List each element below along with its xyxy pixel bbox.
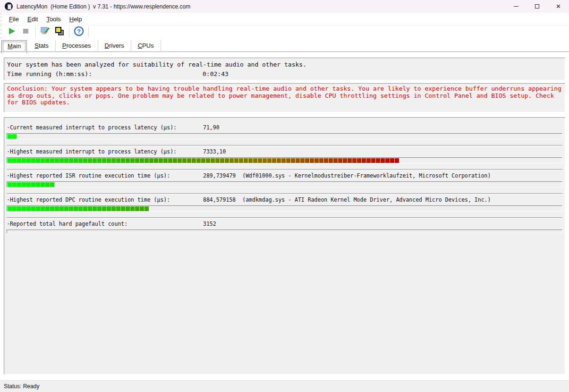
bar-segment	[12, 206, 17, 211]
bar-segment	[366, 158, 371, 163]
bar-segment	[229, 158, 234, 163]
bar-segment	[12, 134, 17, 139]
bar-segment	[225, 158, 229, 163]
time-running-label: Time running (h:mm:ss):	[7, 69, 203, 79]
measurement-value: 289,739479	[203, 171, 236, 180]
bar-segment	[314, 158, 319, 163]
start-monitor-button[interactable]	[5, 26, 19, 38]
measurements-panel: ·Current measured interrupt to process l…	[4, 117, 565, 375]
measurement-value: 884,579158	[203, 196, 236, 204]
minimize-icon	[514, 6, 518, 7]
bar-segment	[8, 134, 12, 139]
help-button[interactable]: ?	[72, 26, 86, 38]
toolbar-separator	[35, 26, 36, 38]
bar-segment	[83, 158, 87, 163]
tab-processes[interactable]: Processes	[56, 40, 98, 52]
bar-segment	[130, 206, 135, 211]
bar-segment	[277, 158, 281, 163]
copy-icon	[54, 26, 65, 38]
bar-segment	[343, 158, 347, 163]
row-separator	[7, 193, 562, 194]
tab-main[interactable]: Main	[1, 40, 27, 53]
tab-drivers[interactable]: Drivers	[98, 40, 131, 52]
app-icon	[5, 2, 13, 10]
menu-item-help[interactable]: Help	[65, 14, 86, 24]
bar-segment	[333, 158, 338, 163]
bar-segment	[59, 206, 64, 211]
main-tab-page: Your system has been analyzed for suitab…	[0, 53, 569, 380]
menu-item-edit[interactable]: Edit	[23, 14, 42, 24]
measurement-detail: (Wdf01000.sys - Kernelmodustreiber-Frame…	[242, 171, 491, 180]
bar-segment	[357, 158, 361, 163]
bar-segment	[102, 158, 106, 163]
bar-segment	[59, 158, 64, 163]
bar-segment	[55, 206, 59, 211]
bar-segment	[263, 158, 267, 163]
bar-segment	[102, 206, 106, 211]
bar-segment	[376, 158, 380, 163]
bar-segment	[45, 206, 50, 211]
bar-segment	[267, 158, 272, 163]
bar-segment	[50, 182, 54, 187]
menu-item-file[interactable]: File	[5, 14, 23, 24]
bar-segment	[116, 158, 120, 163]
conclusion-text: Conclusion: Your system appears to be ha…	[7, 85, 562, 106]
bar-segment	[140, 206, 144, 211]
bar-segment	[385, 158, 390, 163]
menu-item-tools[interactable]: Tools	[42, 14, 65, 24]
maximize-button[interactable]	[527, 0, 548, 13]
measurement-row: ·Current measured interrupt to process l…	[4, 123, 565, 146]
bar-segment	[36, 182, 40, 187]
bar-segment	[135, 206, 139, 211]
bar-segment	[12, 158, 17, 163]
bar-segment	[64, 158, 68, 163]
bar-segment	[107, 206, 111, 211]
bar-segment	[126, 206, 130, 211]
bar-segment	[31, 158, 35, 163]
row-separator	[7, 169, 562, 170]
measurement-label: ·Highest measured interrupt to process l…	[7, 147, 203, 156]
bar-segment	[121, 206, 125, 211]
options-button[interactable]	[38, 26, 52, 38]
bar-segment	[8, 182, 12, 187]
bar-segment	[93, 206, 97, 211]
bar-segment	[220, 158, 224, 163]
bar-segment	[50, 158, 54, 163]
analysis-panel: Your system has been analyzed for suitab…	[4, 58, 565, 80]
svg-text:?: ?	[77, 28, 81, 35]
tab-stats[interactable]: Stats	[28, 40, 56, 52]
bar-segment	[78, 158, 83, 163]
bar-segment	[41, 206, 45, 211]
tab-bar: MainStatsProcessesDriversCPUs	[0, 39, 569, 53]
bar-segment	[41, 182, 45, 187]
bar-segment	[324, 158, 328, 163]
tab-cpus[interactable]: CPUs	[131, 40, 161, 52]
bar-segment	[319, 158, 323, 163]
latency-bar	[7, 230, 562, 233]
toolbar: ?	[0, 25, 569, 39]
bar-segment	[187, 158, 191, 163]
bar-segment	[144, 158, 149, 163]
latency-bar	[7, 133, 562, 139]
bar-segment	[17, 158, 21, 163]
measurement-row: ·Highest reported ISR routine execution …	[4, 171, 565, 194]
bar-segment	[296, 158, 300, 163]
bar-segment	[97, 158, 102, 163]
stop-icon	[21, 26, 31, 38]
bar-segment	[74, 206, 78, 211]
copy-report-button[interactable]	[52, 26, 67, 38]
bar-segment	[50, 206, 54, 211]
bar-segment	[348, 158, 352, 163]
bar-segment	[55, 158, 59, 163]
minimize-button[interactable]	[505, 0, 527, 13]
bar-segment	[144, 206, 149, 211]
bar-segment	[329, 158, 333, 163]
bar-segment	[159, 158, 163, 163]
row-separator	[7, 145, 562, 146]
bar-segment	[244, 158, 248, 163]
bar-segment	[31, 206, 35, 211]
close-button[interactable]: ✕	[548, 0, 569, 13]
bar-segment	[88, 158, 92, 163]
conclusion-panel: Conclusion: Your system appears to be ha…	[4, 83, 565, 112]
bar-segment	[154, 158, 158, 163]
